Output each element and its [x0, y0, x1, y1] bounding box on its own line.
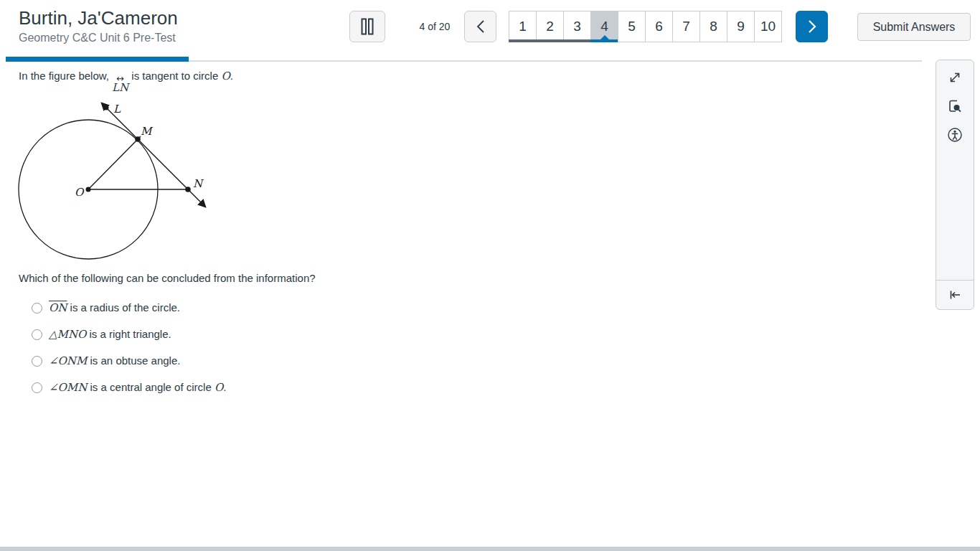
- text-fragment: is an obtuse angle.: [87, 354, 180, 367]
- text-fragment: is tangent to circle: [128, 70, 221, 82]
- test-title: Geometry C&C Unit 6 Pre-Test: [19, 30, 178, 46]
- point-label-N: N: [193, 177, 204, 190]
- math-text: ∠OMN: [49, 381, 87, 394]
- accessibility-icon: [947, 127, 963, 143]
- option-label: ON is a radius of the circle.: [49, 301, 180, 314]
- option-label: △MNO is a right triangle.: [49, 328, 171, 341]
- question-nav-button-1[interactable]: 1: [509, 11, 537, 42]
- math-text: O: [215, 381, 223, 394]
- radio-button[interactable]: [32, 356, 42, 367]
- answer-option-3[interactable]: ∠ONM is an obtuse angle.: [32, 353, 226, 369]
- student-name: Burtin, Ja'Cameron: [19, 7, 178, 29]
- sidebar-spacer: [936, 149, 974, 280]
- question-progress-label: 4 of 20: [409, 11, 461, 42]
- expand-button[interactable]: [936, 63, 974, 92]
- math-text: LN: [112, 82, 128, 93]
- point-label-M: M: [141, 125, 154, 138]
- answer-option-2[interactable]: △MNO is a right triangle.: [32, 326, 226, 342]
- radio-button[interactable]: [32, 382, 42, 393]
- pause-icon: [360, 18, 374, 35]
- text-fragment: .: [230, 70, 233, 82]
- question-nav-button-7[interactable]: 7: [672, 11, 700, 42]
- text-fragment: .: [223, 381, 226, 393]
- question-nav-button-8[interactable]: 8: [699, 11, 727, 42]
- review-zoom-button[interactable]: [936, 92, 974, 121]
- progress-fill: [6, 57, 189, 62]
- radio-button[interactable]: [32, 303, 42, 314]
- option-label: ∠OMN is a central angle of circle O.: [49, 381, 226, 394]
- point-label-L: L: [113, 103, 121, 116]
- option-label: ∠ONM is an obtuse angle.: [49, 354, 180, 367]
- text-fragment: In the figure below,: [19, 70, 112, 82]
- question-nav-button-10[interactable]: 10: [754, 11, 782, 42]
- tools-sidebar: [936, 60, 974, 310]
- chevron-left-icon: [476, 19, 485, 34]
- collapse-sidebar-button[interactable]: [936, 281, 974, 309]
- text-fragment: is a radius of the circle.: [67, 301, 180, 314]
- math-text: ON: [49, 301, 67, 314]
- next-question-button[interactable]: [796, 11, 828, 42]
- pause-button[interactable]: [349, 11, 385, 42]
- question-nav-button-9[interactable]: 9: [727, 11, 755, 42]
- text-fragment: is a central angle of circle: [87, 381, 215, 393]
- bottom-bar: [0, 547, 980, 551]
- title-block: Burtin, Ja'Cameron Geometry C&C Unit 6 P…: [19, 7, 178, 46]
- accessibility-button[interactable]: [936, 121, 974, 149]
- question-nav-button-2[interactable]: 2: [536, 11, 564, 42]
- text-fragment: is a right triangle.: [86, 328, 171, 340]
- header: Burtin, Ja'Cameron Geometry C&C Unit 6 P…: [0, 0, 980, 56]
- collapse-left-icon: [947, 287, 963, 303]
- question-nav-button-5[interactable]: 5: [618, 11, 646, 42]
- question-prompt: In the figure below, ↔LN is tangent to c…: [19, 70, 564, 93]
- answer-options: ON is a radius of the circle.△MNO is a r…: [32, 300, 226, 395]
- math-line-notation: ↔LN: [112, 75, 128, 93]
- question-number-nav: 12345678910: [509, 11, 782, 42]
- tangent-circle-diagram: L M N O: [0, 93, 222, 269]
- review-zoom-icon: [947, 98, 963, 114]
- submit-answers-button[interactable]: Submit Answers: [857, 13, 971, 41]
- question-nav-button-6[interactable]: 6: [645, 11, 673, 42]
- math-text: O: [221, 70, 230, 83]
- answer-option-1[interactable]: ON is a radius of the circle.: [32, 300, 226, 316]
- question-subprompt: Which of the following can be concluded …: [19, 272, 316, 284]
- chevron-right-icon: [808, 19, 816, 34]
- point-label-O: O: [75, 186, 85, 199]
- question-nav-button-4[interactable]: 4: [590, 11, 618, 42]
- answer-option-4[interactable]: ∠OMN is a central angle of circle O.: [32, 380, 226, 395]
- radio-button[interactable]: [32, 329, 42, 340]
- previous-question-button[interactable]: [464, 11, 496, 42]
- question-nav-button-3[interactable]: 3: [563, 11, 591, 42]
- math-text: ∠ONM: [49, 354, 87, 367]
- math-text: △MNO: [49, 328, 86, 341]
- progress-bar: [6, 57, 922, 62]
- geometry-figure: L M N O: [0, 93, 222, 269]
- expand-icon: [947, 70, 963, 85]
